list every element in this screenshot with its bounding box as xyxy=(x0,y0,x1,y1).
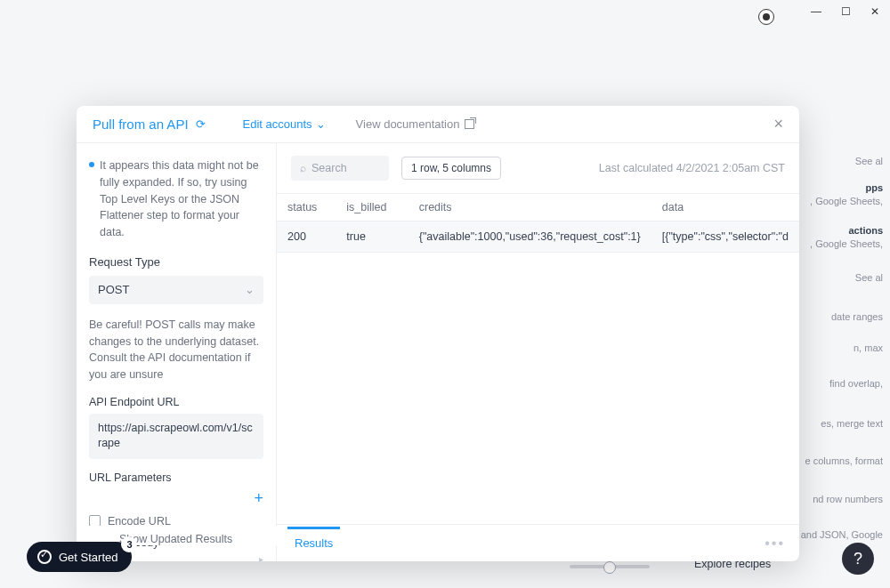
expand-tip: It appears this data might not be fully … xyxy=(89,157,263,241)
results-toolbar: ⌕ Search 1 row, 5 columns Last calculate… xyxy=(277,143,799,193)
chevron-down-icon: ⌄ xyxy=(245,283,255,296)
request-type-select[interactable]: POST ⌄ xyxy=(89,276,263,304)
close-modal-icon[interactable]: × xyxy=(773,115,783,133)
checklist-icon xyxy=(37,550,52,564)
cell-credits: {"available":1000,"used":36,"request_cos… xyxy=(409,222,651,253)
external-link-icon xyxy=(465,119,474,129)
request-type-label: Request Type xyxy=(89,255,263,269)
results-footer: Results ••• xyxy=(277,524,799,561)
cell-data: [{"type":"css","selector":"d xyxy=(651,222,799,253)
api-config-modal: Pull from an API ⟳ Edit accounts ⌄ View … xyxy=(77,106,799,561)
table-row[interactable]: 200 true {"available":1000,"used":36,"re… xyxy=(277,222,799,253)
col-credits[interactable]: credits xyxy=(409,194,651,222)
tab-results[interactable]: Results xyxy=(291,528,336,559)
window-controls: — ☐ ✕ xyxy=(811,5,879,18)
encode-url-row[interactable]: Encode URL xyxy=(89,515,263,528)
refresh-icon[interactable]: ⟳ xyxy=(196,117,206,131)
results-table: status is_billed credits data 200 true {… xyxy=(277,193,799,524)
encode-url-checkbox[interactable] xyxy=(89,515,101,527)
profile-icon[interactable] xyxy=(758,9,774,25)
cell-is-billed: true xyxy=(336,222,408,253)
add-param-button[interactable]: + xyxy=(89,489,263,508)
search-input[interactable]: ⌕ Search xyxy=(291,156,389,181)
edit-accounts-link[interactable]: Edit accounts ⌄ xyxy=(243,117,326,131)
chevron-down-icon: ⌄ xyxy=(316,117,326,131)
encode-url-label: Encode URL xyxy=(108,515,171,528)
cell-status: 200 xyxy=(277,222,336,253)
modal-title: Pull from an API ⟳ xyxy=(93,117,206,132)
post-warning: Be careful! POST calls may make changes … xyxy=(89,317,263,383)
col-data[interactable]: data xyxy=(651,194,799,222)
config-sidebar: It appears this data might not be fully … xyxy=(77,143,277,561)
modal-header: Pull from an API ⟳ Edit accounts ⌄ View … xyxy=(77,106,799,143)
maximize-icon[interactable]: ☐ xyxy=(841,5,851,18)
url-params-label: URL Parameters xyxy=(89,471,263,484)
more-options-icon[interactable]: ••• xyxy=(765,536,785,552)
help-button[interactable]: ? xyxy=(842,543,874,575)
last-calculated: Last calculated 4/2/2021 2:05am CST xyxy=(599,162,785,174)
get-started-button[interactable]: Get Started 3 xyxy=(27,542,132,572)
close-window-icon[interactable]: ✕ xyxy=(870,5,879,18)
results-panel: ⌕ Search 1 row, 5 columns Last calculate… xyxy=(277,143,799,561)
view-docs-link[interactable]: View documentation xyxy=(356,117,475,131)
endpoint-input[interactable]: https://api.scrapeowl.com/v1/scrape xyxy=(89,414,263,459)
col-is-billed[interactable]: is_billed xyxy=(336,194,408,222)
minimize-icon[interactable]: — xyxy=(811,5,821,18)
search-icon: ⌕ xyxy=(300,162,306,174)
zoom-slider[interactable] xyxy=(570,565,650,568)
col-status[interactable]: status xyxy=(277,194,336,222)
row-count-badge: 1 row, 5 columns xyxy=(401,157,501,180)
endpoint-label: API Endpoint URL xyxy=(89,396,263,408)
